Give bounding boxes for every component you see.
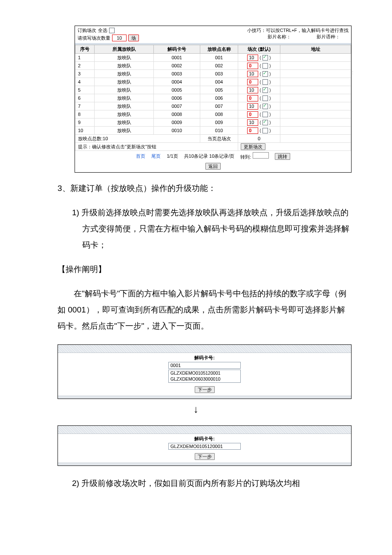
table-row: 7放映队000700710 ( )	[75, 102, 351, 110]
session-value[interactable]: 10	[247, 87, 258, 93]
session-value[interactable]: 0	[247, 95, 258, 101]
update-sessions-button[interactable]: 更新场次	[241, 143, 265, 150]
cell-addr	[280, 110, 351, 119]
next-button-2[interactable]: 下一步	[195, 453, 215, 460]
cell-seq: 7	[75, 102, 95, 110]
cell-point: 005	[200, 86, 238, 94]
movie-lang-label: 影片语种：	[317, 34, 340, 40]
row-checkbox[interactable]	[262, 120, 268, 125]
col-addr: 地址	[280, 45, 351, 54]
cell-seq: 5	[75, 86, 95, 94]
table-row: 9放映队000900910 ( )	[75, 119, 351, 127]
cell-card: 0006	[154, 94, 200, 102]
session-value[interactable]: 0	[247, 63, 258, 69]
cell-addr	[280, 54, 351, 62]
sessions-panel: 订购场次 全选 请填写场次数量 10 场 小技巧：可以按CTRL+F，输入解码卡…	[75, 26, 352, 173]
row-checkbox[interactable]	[262, 87, 268, 93]
select-all-label: 全选	[98, 27, 107, 34]
cell-team: 放映队	[95, 127, 154, 135]
cell-team: 放映队	[95, 110, 154, 119]
col-card: 解码卡号	[154, 45, 200, 54]
cell-team: 放映队	[95, 62, 154, 70]
cell-seq: 9	[75, 119, 95, 127]
back-button[interactable]: 返回	[205, 163, 221, 170]
row-checkbox[interactable]	[262, 71, 268, 77]
table-row: 6放映队00060060 ( )	[75, 94, 351, 102]
cell-sessions: 0 ( )	[238, 94, 280, 102]
sessions-table: 序号 所属放映队 解码卡号 放映点名称 场次 (默认) 地址 1放映队00010…	[75, 45, 351, 151]
row-checkbox[interactable]	[262, 128, 268, 133]
cell-addr	[280, 86, 351, 94]
order-label: 订购场次	[78, 27, 96, 34]
cell-seq: 8	[75, 110, 95, 119]
pager-last[interactable]: 尾页	[151, 153, 161, 159]
down-arrow-icon: ↓	[0, 403, 392, 415]
cell-sessions: 0 ( )	[238, 78, 280, 86]
cell-point: 006	[200, 94, 238, 102]
pager: 首页 尾页 1/1页 共10条记录 10条记录/页 转到: 跳转	[75, 151, 351, 162]
decode-selected-panel: 解码卡号: GLZXDEMO0105120001 下一步	[58, 425, 352, 466]
decode-input[interactable]: 0001	[168, 362, 241, 369]
next-button-1[interactable]: 下一步	[195, 386, 215, 393]
operation-title: 【操作阐明】	[58, 261, 352, 278]
decode-result-list[interactable]: GLZXDEMO0105120001GLZXDEMO0603000010	[168, 370, 241, 383]
cell-seq: 4	[75, 78, 95, 86]
result-item[interactable]: GLZXDEMO0105120001	[170, 370, 239, 376]
cell-addr	[280, 70, 351, 78]
cell-seq: 10	[75, 127, 95, 135]
row-checkbox[interactable]	[262, 55, 268, 61]
qty-input[interactable]: 10	[112, 35, 127, 41]
result-item[interactable]: GLZXDEMO0603000010	[170, 376, 239, 382]
session-value[interactable]: 0	[247, 111, 258, 118]
decode-input-selected[interactable]: GLZXDEMO0105120001	[168, 443, 241, 450]
qty-unit-button[interactable]: 场	[128, 35, 139, 41]
row-checkbox[interactable]	[262, 104, 268, 109]
row-checkbox[interactable]	[262, 63, 268, 69]
row-checkbox[interactable]	[262, 79, 268, 85]
row-checkbox[interactable]	[262, 95, 268, 101]
pager-goto-input[interactable]	[253, 152, 269, 159]
pager-goto-label: 转到:	[240, 154, 251, 159]
qty-label: 请填写场次数量	[78, 35, 110, 41]
table-row: 3放映队000300310 ( )	[75, 70, 351, 78]
session-value[interactable]: 10	[247, 103, 258, 110]
cell-team: 放映队	[95, 94, 154, 102]
cell-sessions: 0 ( )	[238, 110, 280, 119]
cell-sessions: 10 ( )	[238, 86, 280, 94]
cell-point: 009	[200, 119, 238, 127]
cell-sessions: 10 ( )	[238, 119, 280, 127]
session-value[interactable]: 10	[247, 119, 258, 126]
col-team: 所属放映队	[95, 45, 154, 54]
table-row: 8放映队00080080 ( )	[75, 110, 351, 119]
cell-card: 0008	[154, 110, 200, 119]
pager-count: 共10条记录 10条记录/页	[184, 153, 235, 159]
cell-point: 001	[200, 54, 238, 62]
cell-sessions: 0 ( )	[238, 62, 280, 70]
cell-card: 0003	[154, 70, 200, 78]
row-checkbox[interactable]	[262, 112, 268, 117]
cell-team: 放映队	[95, 102, 154, 110]
document-text: 3、新建订单（按放映点）操作的升级功能： 1) 升级前选择放映点时需要先选择放映…	[58, 180, 352, 334]
session-value[interactable]: 0	[247, 79, 258, 85]
operation-para: 在"解码卡号"下面的方框中输入影片解码卡号中包括的持续的数字或字母（例如 000…	[58, 286, 352, 334]
cell-point: 010	[200, 127, 238, 135]
pager-page: 1/1页	[167, 153, 178, 159]
pager-jump-button[interactable]: 跳转	[275, 153, 290, 160]
cell-seq: 1	[75, 54, 95, 62]
cell-card: 0007	[154, 102, 200, 110]
pager-first[interactable]: 首页	[136, 153, 145, 159]
session-value[interactable]: 10	[247, 55, 258, 61]
list-item-1: 1) 升级前选择放映点时需要先选择放映队再选择放映点，升级后选择放映点的方式变得…	[72, 205, 352, 253]
session-value[interactable]: 10	[247, 71, 258, 77]
cell-team: 放映队	[95, 70, 154, 78]
cell-team: 放映队	[95, 54, 154, 62]
cell-card: 0002	[154, 62, 200, 70]
col-sessions: 场次 (默认)	[238, 45, 280, 54]
select-all-checkbox[interactable]	[109, 28, 115, 33]
col-point: 放映点名称	[200, 45, 238, 54]
decode-label-2: 解码卡号:	[58, 434, 351, 443]
session-value[interactable]: 0	[247, 127, 258, 134]
movie-name-label: 影片名称：	[268, 34, 291, 40]
cell-team: 放映队	[95, 78, 154, 86]
document-text-2: 2) 升级前修改场次时，假如目前页面内所有影片的订购场次均相	[58, 475, 352, 491]
